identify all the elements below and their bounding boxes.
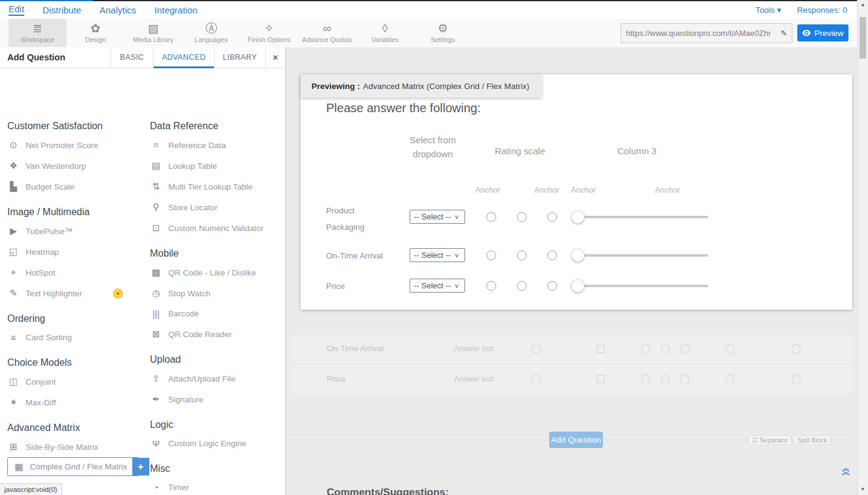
tab-library[interactable]: LIBRARY bbox=[214, 48, 265, 68]
tools-dropdown[interactable]: Tools ▾ bbox=[755, 5, 781, 15]
panel-item-attach-upload-file[interactable]: ⇧ Attach/Upload File bbox=[150, 368, 285, 389]
page-scrollbar[interactable]: ▲ ▼ bbox=[857, 0, 868, 495]
responses-count[interactable]: Responses: 0 bbox=[797, 5, 847, 15]
editor-row-label: Price bbox=[327, 374, 346, 383]
panel-item-heatmap[interactable]: ◱ Heatmap bbox=[7, 241, 139, 262]
row1-slider-track[interactable] bbox=[578, 216, 708, 218]
panel-item-tubepulse[interactable]: ▶ TubePulse™ bbox=[7, 221, 139, 241]
faded-checkbox[interactable] bbox=[597, 344, 605, 353]
faded-radio[interactable] bbox=[661, 344, 670, 354]
panel-item-card-sorting[interactable]: ≡ Card Sorting bbox=[7, 327, 139, 347]
tab-advanced[interactable]: ADVANCED bbox=[153, 48, 214, 68]
panel-item-side-by-side-matrix[interactable]: ⊞ Side-By-Side Matrix bbox=[7, 436, 139, 457]
row2-select-dropdown[interactable]: -- Select -- ˅ bbox=[410, 248, 465, 262]
row1-select-dropdown[interactable]: -- Select -- ˅ bbox=[410, 210, 465, 224]
nav-tab-analytics[interactable]: Analytics bbox=[99, 5, 136, 15]
faded-radio[interactable] bbox=[792, 344, 801, 354]
faded-radio[interactable] bbox=[661, 374, 670, 385]
nav-tab-integration[interactable]: Integration bbox=[154, 5, 197, 15]
row1-radio-3[interactable] bbox=[547, 212, 557, 222]
panel-item-reference-data[interactable]: ⌗ Reference Data bbox=[150, 135, 285, 155]
split-block-button[interactable]: Split Block bbox=[794, 435, 831, 445]
preview-button[interactable]: Preview bbox=[797, 24, 848, 41]
panel-item-signature[interactable]: ✒ Signature bbox=[150, 389, 285, 410]
scrollbar-thumb[interactable] bbox=[859, 17, 866, 59]
separator-toggle-button[interactable]: ☑ Separator bbox=[749, 435, 791, 445]
card-sorting-icon: ≡ bbox=[7, 332, 20, 343]
matrix-row-label: Price bbox=[326, 278, 418, 294]
scrollbar-down-icon[interactable]: ▼ bbox=[858, 486, 868, 492]
custom-logic-engine-icon: Ψ bbox=[150, 438, 162, 449]
panel-item-lookup-table[interactable]: ▤ Lookup Table bbox=[150, 155, 285, 176]
panel-item-hotspot[interactable]: ⌖ HotSpot bbox=[7, 262, 139, 283]
panel-item-budget-scale[interactable]: ▙ Budget Scale bbox=[7, 176, 139, 197]
row3-slider-handle[interactable] bbox=[571, 279, 585, 293]
panel-column-right: Data Reference ⌗ Reference Data ▤ Lookup… bbox=[150, 116, 285, 495]
faded-radio[interactable] bbox=[641, 374, 650, 385]
panel-item-text-highlighter[interactable]: ✎ Text Highlighter • bbox=[7, 283, 139, 304]
answer-text-input[interactable]: Answer text bbox=[454, 375, 494, 383]
faded-radio[interactable] bbox=[641, 344, 650, 354]
section-ordering: Ordering ≡ Card Sorting bbox=[7, 313, 139, 347]
panel-item-conjoint[interactable]: ◫ Conjoint bbox=[7, 371, 139, 392]
faded-checkbox[interactable] bbox=[597, 375, 605, 383]
row2-radio-3[interactable] bbox=[547, 251, 557, 260]
top-nav: Edit Distribute Analytics Integration To… bbox=[0, 1, 868, 19]
panel-item-qr-code-like-dislike[interactable]: ▩ QR Code - Like / Dislike bbox=[150, 262, 285, 283]
row3-slider-track[interactable] bbox=[578, 285, 708, 287]
faded-radio[interactable] bbox=[725, 344, 735, 354]
row3-radio-3[interactable] bbox=[547, 281, 557, 291]
row3-select-dropdown[interactable]: -- Select -- ˅ bbox=[410, 279, 465, 293]
toolbar-settings[interactable]: ⚙ Settings bbox=[414, 19, 472, 47]
faded-radio[interactable] bbox=[680, 344, 689, 354]
toolbar-finish-options[interactable]: ✧ Finish Options bbox=[240, 19, 298, 47]
close-panel-button[interactable]: ✕ bbox=[265, 48, 285, 68]
panel-item-van-westendorp[interactable]: ❖ Van Westendorp bbox=[7, 155, 139, 176]
nav-tab-edit[interactable]: Edit bbox=[9, 4, 24, 16]
row2-radio-2[interactable] bbox=[517, 251, 527, 260]
panel-item-max-diff[interactable]: ✶ Max-Diff bbox=[7, 392, 139, 413]
faded-radio[interactable] bbox=[680, 374, 689, 385]
faded-radio[interactable] bbox=[532, 374, 541, 385]
row2-slider-track[interactable] bbox=[578, 254, 708, 257]
panel-item-store-locator[interactable]: ⚲ Store Locator bbox=[150, 197, 285, 218]
editor-row-price: Price Answer text bbox=[290, 365, 852, 394]
row3-radio-1[interactable] bbox=[486, 281, 496, 291]
nav-tab-distribute[interactable]: Distribute bbox=[43, 5, 81, 15]
panel-item-net-promoter-score[interactable]: ⊙ Net Promoter Score bbox=[7, 135, 139, 155]
faded-radio[interactable] bbox=[725, 374, 735, 385]
panel-item-timer[interactable]: ◔ Timer bbox=[150, 477, 285, 495]
panel-item-multi-tier-lookup-table[interactable]: ⇅ Multi Tier Lookup Table bbox=[150, 176, 285, 197]
edit-url-pencil-icon[interactable]: ✎ bbox=[776, 29, 792, 38]
section-misc: Misc ◔ Timer ⟲ Community Recruitment bbox=[150, 463, 285, 495]
scrollbar-up-icon[interactable]: ▲ bbox=[858, 2, 868, 7]
panel-item-stop-watch[interactable]: ◷ Stop Watch bbox=[150, 283, 285, 304]
faded-radio[interactable] bbox=[532, 344, 541, 354]
toolbar-variables[interactable]: ◊ Variables bbox=[356, 19, 414, 47]
panel-item-complex-grid-flex-matrix[interactable]: ▦ Complex Grid / Flex Matrix + bbox=[7, 457, 139, 476]
answer-text-input[interactable]: Answer text bbox=[454, 344, 494, 353]
toolbar-workspace[interactable]: ≣ Workspace bbox=[9, 19, 66, 47]
add-question-button[interactable]: Add Question bbox=[549, 432, 603, 448]
row1-slider-handle[interactable] bbox=[571, 210, 585, 224]
faded-radio[interactable] bbox=[792, 374, 801, 385]
row2-radio-1[interactable] bbox=[486, 251, 496, 260]
tab-basic[interactable]: BASIC bbox=[110, 48, 153, 68]
panel-item-custom-logic-engine[interactable]: Ψ Custom Logic Engine bbox=[150, 433, 285, 454]
panel-item-custom-numeric-validator[interactable]: ⊡ Custom Numeric Validator bbox=[150, 218, 285, 238]
row3-radio-2[interactable] bbox=[517, 281, 527, 291]
add-question-panel: Add Question BASIC ADVANCED LIBRARY ✕ Cu… bbox=[0, 48, 286, 495]
add-question-plus-button[interactable]: + bbox=[132, 458, 149, 475]
attach-upload-icon: ⇧ bbox=[150, 373, 162, 384]
scroll-to-top-chevrons-icon[interactable]: » bbox=[836, 463, 854, 480]
panel-item-qr-code-reader[interactable]: ⊠ QR Code Reader bbox=[150, 324, 285, 344]
toolbar-media-library[interactable]: ▧ Media Library bbox=[124, 19, 182, 47]
panel-item-barcode[interactable]: ||| Barcode bbox=[150, 304, 285, 324]
row2-slider-handle[interactable] bbox=[571, 249, 585, 262]
toolbar-advance-quotas[interactable]: ∞ Advance Quotas bbox=[298, 19, 356, 47]
row1-radio-2[interactable] bbox=[517, 212, 527, 222]
toolbar-languages[interactable]: Ⓐ Languages bbox=[182, 19, 240, 47]
survey-url-input[interactable]: https://www.questionpro.com/t/AMae0Zhr bbox=[621, 29, 776, 38]
row1-radio-1[interactable] bbox=[486, 212, 496, 222]
toolbar-design[interactable]: ✿ Design bbox=[66, 19, 124, 47]
